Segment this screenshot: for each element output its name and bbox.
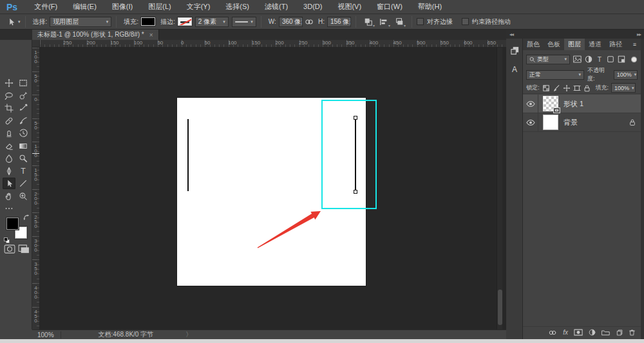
opacity-dropdown[interactable]: 100% ▾ — [614, 70, 638, 80]
scrollbar-thumb[interactable] — [498, 290, 502, 325]
panel-menu-icon[interactable]: ≡ — [633, 41, 641, 48]
tool-preset-button[interactable]: ▾ — [6, 17, 21, 26]
shape-layer-thumbnail[interactable] — [543, 96, 558, 111]
fill-opacity-dropdown[interactable]: 100% ▾ — [611, 83, 636, 93]
status-options-chevron[interactable]: 〉 — [185, 330, 192, 339]
constrain-path-option[interactable]: 约束路径拖动 — [462, 17, 511, 26]
vertical-scrollbar[interactable] — [497, 48, 502, 329]
rectangular-marquee-tool[interactable] — [17, 77, 30, 89]
eraser-tool[interactable] — [3, 140, 15, 152]
foreground-color-swatch[interactable] — [6, 218, 19, 230]
menu-item[interactable]: 3D(D) — [296, 0, 330, 14]
color-panel-button[interactable] — [508, 44, 521, 57]
quick-mask-button[interactable] — [4, 245, 15, 255]
layer-row-background[interactable]: 背景 — [523, 113, 641, 132]
screen-mode-button[interactable] — [18, 245, 30, 255]
line-tool[interactable] — [17, 178, 30, 189]
lasso-tool[interactable] — [3, 90, 15, 102]
menu-item[interactable]: 窗口(W) — [369, 0, 410, 14]
crop-tool[interactable] — [3, 102, 15, 114]
swap-colors-icon[interactable] — [23, 214, 30, 221]
pen-tool[interactable] — [3, 165, 15, 177]
stroke-width-dropdown[interactable]: 2 像素 ▾ — [195, 17, 229, 27]
lock-all-icon[interactable] — [583, 84, 591, 92]
document-tab[interactable]: 未标题-1 @ 100% (形状 1, RGB/8#) * × — [32, 30, 159, 40]
quick-selection-tool[interactable] — [17, 90, 30, 102]
path-alignment-button[interactable]: ▾ — [376, 16, 392, 28]
spot-healing-brush-tool[interactable] — [3, 115, 15, 127]
layer-name[interactable]: 背景 — [564, 118, 578, 127]
collapse-panels-icon[interactable]: ▸▸ — [637, 32, 641, 37]
panel-tab-inactive[interactable]: 通道 — [585, 39, 605, 50]
panel-tab-inactive[interactable]: 色板 — [544, 39, 564, 50]
zoom-level[interactable]: 100% — [32, 331, 61, 338]
filter-toggle-icon[interactable] — [630, 56, 638, 63]
history-brush-tool[interactable] — [17, 127, 30, 139]
constrain-path-checkbox[interactable] — [462, 18, 469, 25]
shape-height-input[interactable]: 156 像素 — [327, 17, 351, 27]
menu-item[interactable]: 视图(V) — [330, 0, 369, 14]
default-colors-icon[interactable] — [4, 237, 10, 244]
panel-tab-inactive[interactable]: 颜色 — [523, 39, 544, 50]
layer-row-shape1[interactable]: 形状 1 — [523, 95, 641, 113]
align-edges-checkbox[interactable] — [417, 18, 424, 25]
path-arrangement-button[interactable]: ▾ — [392, 16, 407, 28]
select-mode-dropdown[interactable]: 现用图层 ▾ — [50, 17, 111, 27]
menu-item[interactable]: 滤镜(T) — [257, 0, 296, 14]
menu-item[interactable]: 编辑(E) — [65, 0, 104, 14]
menu-item[interactable]: 文字(Y) — [179, 0, 218, 14]
horizontal-ruler[interactable]: 2502001501005005010015020025030035040045… — [40, 40, 506, 48]
move-tool[interactable] — [3, 77, 15, 89]
link-dimensions-icon[interactable] — [305, 18, 314, 26]
delete-layer-icon[interactable] — [629, 329, 636, 336]
filter-adjustment-layers-icon[interactable] — [585, 55, 592, 63]
menu-item[interactable]: 帮助(H) — [410, 0, 450, 14]
filter-type-dropdown[interactable]: 类型 ▾ — [526, 55, 570, 64]
edit-toolbar-button[interactable] — [3, 203, 15, 214]
zoom-tool[interactable] — [17, 190, 30, 202]
lock-pixels-icon[interactable] — [553, 84, 560, 92]
lock-position-icon[interactable] — [563, 84, 571, 92]
ruler-origin-box[interactable] — [32, 40, 40, 48]
layer-style-icon[interactable]: fx — [563, 329, 568, 336]
new-layer-icon[interactable] — [616, 329, 623, 336]
dodge-tool[interactable] — [17, 153, 30, 164]
add-layer-mask-icon[interactable] — [574, 329, 583, 336]
new-adjustment-layer-icon[interactable] — [589, 329, 596, 336]
visibility-cell[interactable] — [523, 113, 538, 131]
clone-stamp-tool[interactable] — [3, 127, 15, 139]
lock-artboard-icon[interactable] — [573, 84, 581, 92]
blur-tool[interactable] — [3, 153, 15, 164]
menu-item[interactable]: 文件(F) — [26, 0, 65, 14]
stroke-type-dropdown[interactable]: ▾ — [232, 17, 256, 27]
path-operations-button[interactable]: ▾ — [361, 16, 376, 28]
fill-color-swatch[interactable] — [141, 17, 155, 26]
vertical-ruler[interactable]: 1 0 05 005 01 0 01 5 02 0 02 5 03 0 03 5… — [32, 48, 40, 329]
link-layers-icon[interactable] — [548, 329, 557, 336]
new-group-icon[interactable] — [601, 329, 610, 336]
type-tool[interactable]: T — [17, 165, 30, 177]
filter-smart-objects-icon[interactable] — [618, 55, 625, 63]
hand-tool[interactable] — [3, 190, 15, 202]
stroke-color-swatch[interactable] — [178, 17, 192, 26]
blend-mode-dropdown[interactable]: 正常 ▾ — [526, 70, 584, 80]
align-edges-option[interactable]: 对齐边缘 — [417, 17, 453, 26]
filter-type-layers-icon[interactable]: T — [596, 55, 603, 63]
canvas-viewport[interactable] — [40, 48, 506, 329]
path-selection-tool[interactable] — [3, 178, 15, 189]
panel-tab-active[interactable]: 图层 — [564, 39, 585, 50]
menu-item[interactable]: 选择(S) — [218, 0, 257, 14]
brush-tool[interactable] — [17, 115, 30, 127]
layer-name[interactable]: 形状 1 — [564, 99, 583, 109]
close-tab-icon[interactable]: × — [149, 32, 153, 39]
filter-pixel-layers-icon[interactable] — [573, 55, 582, 63]
expand-panels-icon[interactable]: ◂◂ — [509, 32, 513, 37]
panel-tab-inactive[interactable]: 路径 — [605, 39, 626, 50]
background-layer-thumbnail[interactable] — [543, 115, 558, 130]
lock-transparency-icon[interactable] — [542, 84, 550, 92]
gradient-tool[interactable] — [17, 140, 30, 152]
filter-shape-layers-icon[interactable] — [607, 55, 614, 63]
menu-item[interactable]: 图层(L) — [140, 0, 178, 14]
visibility-cell[interactable] — [523, 95, 538, 113]
shape-width-input[interactable]: 360 像素 — [279, 17, 303, 27]
